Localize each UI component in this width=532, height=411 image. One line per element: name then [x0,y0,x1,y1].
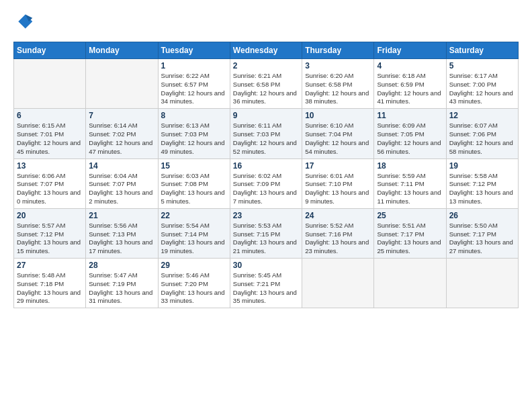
calendar-cell: 29Sunrise: 5:46 AMSunset: 7:20 PMDayligh… [158,259,230,308]
calendar-cell: 10Sunrise: 6:10 AMSunset: 7:04 PMDayligh… [302,109,374,158]
day-number: 12 [449,111,515,120]
day-info: Sunrise: 5:47 AMSunset: 7:19 PMDaylight:… [89,271,154,306]
svg-marker-0 [18,15,32,29]
day-number: 22 [161,211,227,220]
day-info: Sunrise: 6:13 AMSunset: 7:03 PMDaylight:… [161,122,227,156]
day-number: 18 [377,161,443,171]
day-number: 13 [17,161,83,171]
day-number: 23 [233,211,299,220]
calendar-cell: 4Sunrise: 6:18 AMSunset: 6:59 PMDaylight… [374,59,446,109]
calendar-cell: 30Sunrise: 5:45 AMSunset: 7:21 PMDayligh… [230,259,302,308]
day-info: Sunrise: 5:58 AMSunset: 7:12 PMDaylight:… [449,172,515,206]
day-info: Sunrise: 6:10 AMSunset: 7:04 PMDaylight:… [305,122,371,156]
header [13,12,519,34]
calendar-cell [14,59,86,109]
week-row-2: 6Sunrise: 6:15 AMSunset: 7:01 PMDaylight… [14,109,519,158]
day-info: Sunrise: 5:46 AMSunset: 7:20 PMDaylight:… [161,271,227,306]
weekday-header-friday: Friday [374,42,446,59]
day-info: Sunrise: 6:21 AMSunset: 6:58 PMDaylight:… [233,72,299,106]
day-number: 10 [305,111,371,120]
calendar-cell: 13Sunrise: 6:06 AMSunset: 7:07 PMDayligh… [14,158,86,208]
calendar-cell: 12Sunrise: 6:07 AMSunset: 7:06 PMDayligh… [446,109,518,158]
calendar-cell: 8Sunrise: 6:13 AMSunset: 7:03 PMDaylight… [158,109,230,158]
calendar-cell: 14Sunrise: 6:04 AMSunset: 7:07 PMDayligh… [86,158,158,208]
calendar-cell: 22Sunrise: 5:54 AMSunset: 7:14 PMDayligh… [158,208,230,258]
weekday-header-thursday: Thursday [302,42,374,59]
weekday-header-wednesday: Wednesday [230,42,302,59]
week-row-1: 1Sunrise: 6:22 AMSunset: 6:57 PMDaylight… [14,59,519,109]
page: SundayMondayTuesdayWednesdayThursdayFrid… [0,0,532,315]
calendar-cell: 21Sunrise: 5:56 AMSunset: 7:13 PMDayligh… [86,208,158,258]
calendar-cell: 6Sunrise: 6:15 AMSunset: 7:01 PMDaylight… [14,109,86,158]
day-number: 28 [89,261,154,270]
calendar-cell: 20Sunrise: 5:57 AMSunset: 7:12 PMDayligh… [14,208,86,258]
day-number: 26 [449,211,515,220]
week-row-3: 13Sunrise: 6:06 AMSunset: 7:07 PMDayligh… [14,158,519,208]
day-number: 24 [305,211,371,220]
day-info: Sunrise: 5:48 AMSunset: 7:18 PMDaylight:… [17,271,83,306]
day-number: 20 [17,211,83,220]
calendar-cell [446,259,518,308]
calendar-cell: 16Sunrise: 6:02 AMSunset: 7:09 PMDayligh… [230,158,302,208]
day-number: 15 [161,161,227,171]
day-info: Sunrise: 6:15 AMSunset: 7:01 PMDaylight:… [17,122,83,156]
day-number: 4 [377,61,443,71]
day-number: 9 [233,111,299,120]
day-info: Sunrise: 6:09 AMSunset: 7:05 PMDaylight:… [377,122,443,156]
calendar-cell: 9Sunrise: 6:11 AMSunset: 7:03 PMDaylight… [230,109,302,158]
day-info: Sunrise: 5:50 AMSunset: 7:17 PMDaylight:… [449,222,515,256]
calendar-cell [86,59,158,109]
weekday-header-saturday: Saturday [446,42,518,59]
day-info: Sunrise: 6:22 AMSunset: 6:57 PMDaylight:… [161,72,227,106]
logo [13,12,34,34]
day-info: Sunrise: 5:45 AMSunset: 7:21 PMDaylight:… [233,271,299,306]
day-info: Sunrise: 6:04 AMSunset: 7:07 PMDaylight:… [89,172,154,206]
calendar-cell: 23Sunrise: 5:53 AMSunset: 7:15 PMDayligh… [230,208,302,258]
day-info: Sunrise: 5:54 AMSunset: 7:14 PMDaylight:… [161,222,227,256]
day-info: Sunrise: 6:02 AMSunset: 7:09 PMDaylight:… [233,172,299,206]
day-number: 1 [161,61,227,71]
day-number: 5 [449,61,515,71]
day-number: 2 [233,61,299,71]
day-info: Sunrise: 5:53 AMSunset: 7:15 PMDaylight:… [233,222,299,256]
day-info: Sunrise: 6:03 AMSunset: 7:08 PMDaylight:… [161,172,227,206]
day-number: 17 [305,161,371,171]
day-info: Sunrise: 6:14 AMSunset: 7:02 PMDaylight:… [89,122,154,156]
day-info: Sunrise: 6:07 AMSunset: 7:06 PMDaylight:… [449,122,515,156]
calendar-cell: 5Sunrise: 6:17 AMSunset: 7:00 PMDaylight… [446,59,518,109]
day-info: Sunrise: 5:52 AMSunset: 7:16 PMDaylight:… [305,222,371,256]
day-info: Sunrise: 6:11 AMSunset: 7:03 PMDaylight:… [233,122,299,156]
day-info: Sunrise: 6:18 AMSunset: 6:59 PMDaylight:… [377,72,443,106]
calendar: SundayMondayTuesdayWednesdayThursdayFrid… [13,42,519,308]
day-number: 8 [161,111,227,120]
day-number: 27 [17,261,83,270]
weekday-header-monday: Monday [86,42,158,59]
calendar-cell: 25Sunrise: 5:51 AMSunset: 7:17 PMDayligh… [374,208,446,258]
day-number: 29 [161,261,227,270]
calendar-cell: 26Sunrise: 5:50 AMSunset: 7:17 PMDayligh… [446,208,518,258]
day-number: 19 [449,161,515,171]
calendar-cell: 27Sunrise: 5:48 AMSunset: 7:18 PMDayligh… [14,259,86,308]
day-number: 25 [377,211,443,220]
week-row-5: 27Sunrise: 5:48 AMSunset: 7:18 PMDayligh… [14,259,519,308]
day-info: Sunrise: 5:59 AMSunset: 7:11 PMDaylight:… [377,172,443,206]
day-number: 21 [89,211,154,220]
day-number: 7 [89,111,154,120]
weekday-header-row: SundayMondayTuesdayWednesdayThursdayFrid… [14,42,519,59]
day-number: 30 [233,261,299,270]
weekday-header-sunday: Sunday [14,42,86,59]
day-number: 14 [89,161,154,171]
calendar-cell: 1Sunrise: 6:22 AMSunset: 6:57 PMDaylight… [158,59,230,109]
weekday-header-tuesday: Tuesday [158,42,230,59]
day-info: Sunrise: 6:01 AMSunset: 7:10 PMDaylight:… [305,172,371,206]
calendar-cell: 11Sunrise: 6:09 AMSunset: 7:05 PMDayligh… [374,109,446,158]
calendar-cell [374,259,446,308]
calendar-cell: 7Sunrise: 6:14 AMSunset: 7:02 PMDaylight… [86,109,158,158]
calendar-cell: 28Sunrise: 5:47 AMSunset: 7:19 PMDayligh… [86,259,158,308]
day-number: 11 [377,111,443,120]
day-number: 6 [17,111,83,120]
day-info: Sunrise: 6:20 AMSunset: 6:58 PMDaylight:… [305,72,371,106]
calendar-cell [302,259,374,308]
day-info: Sunrise: 6:17 AMSunset: 7:00 PMDaylight:… [449,72,515,106]
day-info: Sunrise: 5:56 AMSunset: 7:13 PMDaylight:… [89,222,154,256]
